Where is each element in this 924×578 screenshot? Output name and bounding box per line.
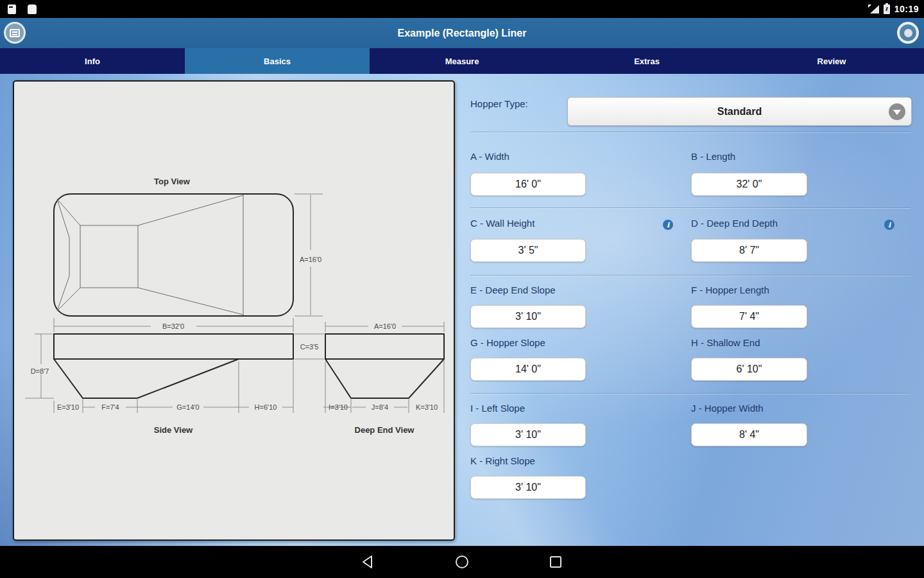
battery-icon: [884, 4, 890, 14]
field-I-label: I - Left Slope: [470, 403, 525, 414]
clock: 10:19: [894, 4, 919, 14]
back-button[interactable]: [360, 554, 377, 570]
field-H-value: 6' 10": [737, 363, 762, 375]
field-B-value: 32' 0": [737, 179, 762, 190]
dim-A2-label: A=16'0: [374, 322, 396, 330]
pool-diagram: Top View A=16'0 B=32'0 D=8'7: [14, 82, 454, 539]
recents-icon: [549, 555, 563, 569]
home-button[interactable]: [454, 554, 470, 570]
field-A-input[interactable]: 16' 0": [470, 173, 586, 196]
tab-review[interactable]: Review: [739, 48, 924, 74]
field-K-input[interactable]: 3' 10": [470, 476, 586, 499]
android-screen: 10:19 Example (Rectangle) Liner Info Bas…: [0, 0, 924, 578]
field-F-label: F - Hopper Length: [691, 285, 769, 295]
back-icon: [361, 555, 375, 569]
dim-G-label: G=14'0: [176, 403, 199, 411]
divider: [470, 393, 911, 394]
hopper-type-value: Standard: [717, 106, 762, 118]
field-E-value: 3' 10": [515, 311, 541, 322]
dim-K-label: K=3'10: [416, 403, 438, 411]
home-icon: [455, 555, 469, 569]
dim-I-label: I=3'10: [329, 403, 348, 411]
dim-F-label: F=7'4: [101, 403, 119, 411]
signal-icon: [868, 4, 879, 14]
dim-H-label: H=6'10: [255, 403, 277, 411]
info-circle-icon: [904, 29, 912, 37]
divider: [470, 275, 911, 276]
field-C-input[interactable]: 3' 5": [470, 239, 586, 262]
field-J-label: J - Hopper Width: [691, 403, 764, 414]
content-area: Top View A=16'0 B=32'0 D=8'7: [0, 74, 924, 546]
info-button[interactable]: [897, 22, 919, 44]
android-nav-bar: [0, 546, 924, 578]
field-A-value: 16' 0": [515, 179, 541, 190]
app-header: Example (Rectangle) Liner: [0, 18, 924, 48]
notification-icon: [8, 4, 16, 14]
tab-basics[interactable]: Basics: [185, 48, 370, 74]
dim-A-label: A=16'0: [300, 256, 321, 263]
dim-J-label: J=8'4: [372, 403, 388, 411]
list-menu-icon: [10, 29, 20, 37]
field-H-input[interactable]: 6' 10": [691, 358, 807, 381]
field-K-label: K - Right Slope: [470, 455, 535, 466]
hopper-type-label: Hopper Type:: [470, 98, 528, 109]
top-view-title: Top View: [154, 177, 191, 186]
field-G-value: 14' 0": [515, 363, 541, 375]
field-C-value: 3' 5": [518, 245, 538, 256]
field-F-value: 7' 4": [739, 311, 759, 322]
field-J-value: 8' 4": [739, 429, 759, 441]
field-E-input[interactable]: 3' 10": [470, 305, 586, 328]
field-D-input[interactable]: 8' 7": [691, 239, 807, 262]
field-A-label: A - Width: [470, 151, 509, 162]
status-bar: 10:19: [0, 0, 924, 18]
divider: [470, 132, 911, 132]
side-view-title: Side View: [154, 425, 193, 435]
field-C-label: C - Wall Height: [470, 218, 535, 229]
field-F-input[interactable]: 7' 4": [691, 305, 807, 328]
hopper-type-select[interactable]: Standard: [567, 97, 912, 126]
basics-form: Hopper Type: Standard A - Width B - Leng…: [470, 74, 912, 546]
field-J-input[interactable]: 8' 4": [691, 423, 807, 446]
field-I-value: 3' 10": [515, 429, 541, 441]
field-G-input[interactable]: 14' 0": [470, 358, 586, 381]
tab-extras[interactable]: Extras: [554, 48, 739, 74]
field-K-value: 3' 10": [515, 482, 541, 493]
info-icon[interactable]: i: [663, 220, 673, 230]
pool-diagram-panel: Top View A=16'0 B=32'0 D=8'7: [13, 80, 455, 541]
deep-end-view-title: Deep End View: [355, 425, 415, 435]
page-title: Example (Rectangle) Liner: [398, 28, 527, 39]
divider: [470, 207, 911, 208]
notification-icon: [28, 4, 37, 14]
tab-measure[interactable]: Measure: [370, 48, 554, 74]
recents-button[interactable]: [547, 554, 564, 570]
dim-C-label: C=3'5: [300, 343, 319, 351]
field-D-value: 8' 7": [739, 245, 759, 256]
dim-E-label: E=3'10: [57, 403, 79, 411]
chevron-down-icon: [889, 103, 905, 120]
field-E-label: E - Deep End Slope: [470, 285, 556, 295]
dim-B-label: B=32'0: [162, 322, 184, 330]
tab-bar: Info Basics Measure Extras Review: [0, 48, 924, 74]
field-D-label: D - Deep End Depth: [691, 218, 778, 229]
info-icon[interactable]: i: [884, 220, 894, 230]
field-B-label: B - Length: [691, 151, 735, 162]
field-B-input[interactable]: 32' 0": [691, 173, 807, 196]
field-I-input[interactable]: 3' 10": [470, 423, 586, 446]
field-H-label: H - Shallow End: [691, 337, 760, 348]
dim-D-label: D=8'7: [31, 367, 49, 375]
tab-info[interactable]: Info: [0, 48, 185, 74]
menu-list-button[interactable]: [4, 22, 26, 44]
field-G-label: G - Hopper Slope: [470, 337, 545, 348]
